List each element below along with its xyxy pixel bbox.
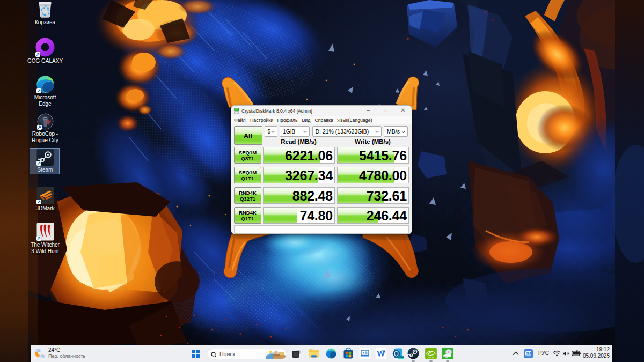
svg-text:NEW: NEW xyxy=(398,356,404,359)
svg-text:NVIDIA: NVIDIA xyxy=(428,357,435,359)
